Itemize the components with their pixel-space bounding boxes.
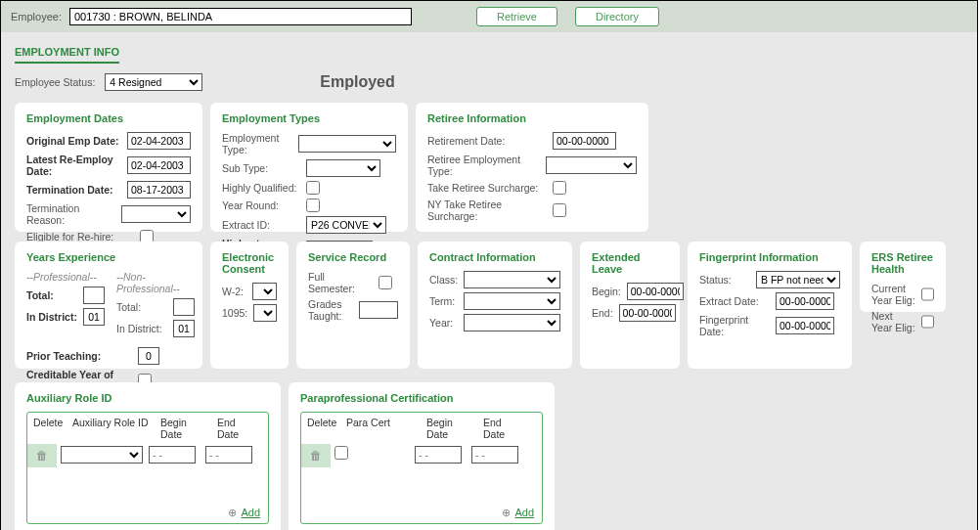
fingerprint-info-card: Fingerprint Information Status:B FP not … xyxy=(688,242,852,369)
card-title: Years Experience xyxy=(26,251,191,263)
employment-type-select[interactable] xyxy=(298,135,396,153)
termination-date-label: Termination Date: xyxy=(26,184,121,196)
fingerprint-date-input[interactable] xyxy=(776,317,834,334)
sub-type-label: Sub Type: xyxy=(222,162,300,174)
card-title: Auxiliary Role ID xyxy=(26,392,269,404)
card-title: Employment Types xyxy=(222,112,396,124)
tab-employment-info[interactable]: EMPLOYMENT INFO xyxy=(15,42,119,64)
retirement-date-input[interactable] xyxy=(553,132,616,150)
aux-col-role: Auxiliary Role ID xyxy=(67,413,155,444)
ext-leave-begin-label: Begin: xyxy=(592,286,621,297)
para-col-end: End Date xyxy=(477,413,526,444)
extract-id-select[interactable]: P26 CONVERSION xyxy=(306,216,386,234)
grades-taught-label: Grades Taught: xyxy=(308,298,353,322)
employed-status-text: Employed xyxy=(320,73,394,91)
para-col-cert: Para Cert xyxy=(340,413,421,444)
ny-retiree-surcharge-checkbox[interactable] xyxy=(553,203,566,217)
ext-leave-end-input[interactable] xyxy=(619,304,676,322)
w2-select[interactable] xyxy=(252,283,277,300)
trash-icon[interactable]: 🗑 xyxy=(310,449,322,463)
w2-label: W-2: xyxy=(222,286,246,297)
nonprof-total-input[interactable] xyxy=(173,298,195,316)
professional-heading: --Professional-- xyxy=(26,271,105,283)
ny-retiree-surcharge-label: NY Take Retiree Surcharge: xyxy=(427,199,547,222)
prof-indistrict-input[interactable] xyxy=(83,308,105,326)
nonprof-indistrict-label: In District: xyxy=(116,323,167,334)
next-year-elig-label: Next Year Elig: xyxy=(871,310,915,333)
termination-reason-select[interactable] xyxy=(121,205,191,223)
current-year-elig-checkbox[interactable] xyxy=(921,287,934,301)
aux-col-delete: Delete xyxy=(27,413,67,444)
card-title: Contract Information xyxy=(429,251,560,263)
plus-icon: ⊕ xyxy=(228,507,237,518)
fp-extract-date-label: Extract Date: xyxy=(699,295,770,307)
card-title: Employment Dates xyxy=(26,112,191,124)
retiree-surcharge-label: Take Retiree Surcharge: xyxy=(427,182,547,194)
plus-icon: ⊕ xyxy=(502,507,511,518)
prior-teaching-input[interactable] xyxy=(138,347,159,365)
trash-icon[interactable]: 🗑 xyxy=(36,449,48,463)
para-cert-checkbox[interactable] xyxy=(334,446,348,460)
prior-teaching-label: Prior Teaching: xyxy=(26,350,132,362)
employee-search-input[interactable] xyxy=(69,8,412,25)
para-add-link[interactable]: Add xyxy=(514,507,534,518)
table-row: 🗑 xyxy=(301,444,542,467)
sub-type-select[interactable] xyxy=(306,159,380,177)
electronic-consent-card: Electronic Consent W-2: 1095: xyxy=(210,242,289,369)
card-title: Service Record xyxy=(308,251,398,263)
card-title: Paraprofessional Certification xyxy=(300,392,543,404)
year-round-label: Year Round: xyxy=(222,199,300,211)
employment-type-label: Employment Type: xyxy=(222,132,292,155)
termination-date-input[interactable] xyxy=(127,181,191,199)
next-year-elig-checkbox[interactable] xyxy=(921,315,934,329)
contract-class-select[interactable] xyxy=(464,271,560,288)
aux-role-select[interactable] xyxy=(61,446,143,464)
prof-indistrict-label: In District: xyxy=(26,311,77,323)
termination-reason-label: Termination Reason: xyxy=(26,202,115,226)
highly-qualified-checkbox[interactable] xyxy=(306,181,320,195)
table-row: 🗑 xyxy=(27,444,268,467)
fingerprint-status-label: Status: xyxy=(699,274,750,286)
fingerprint-status-select[interactable]: B FP not needed xyxy=(756,271,840,288)
retiree-emp-type-select[interactable] xyxy=(546,156,637,174)
nonprofessional-heading: --Non-Professional-- xyxy=(116,271,195,294)
t1095-label: 1095: xyxy=(222,307,247,319)
aux-begin-input[interactable] xyxy=(149,446,196,464)
t1095-select[interactable] xyxy=(253,304,277,322)
contract-year-select[interactable] xyxy=(464,314,560,331)
extended-leave-card: Extended Leave Begin: End: xyxy=(580,242,680,369)
para-col-begin: Begin Date xyxy=(421,413,477,444)
retirement-date-label: Retirement Date: xyxy=(427,135,547,147)
retiree-surcharge-checkbox[interactable] xyxy=(553,181,566,195)
card-title: Extended Leave xyxy=(592,251,668,275)
card-title: Fingerprint Information xyxy=(699,251,840,263)
aux-col-end: End Date xyxy=(211,413,260,444)
employee-status-select[interactable]: 4 Resigned xyxy=(105,73,202,91)
contract-term-select[interactable] xyxy=(464,292,560,310)
year-round-checkbox[interactable] xyxy=(306,199,320,212)
current-year-elig-label: Current Year Elig: xyxy=(871,283,915,306)
para-begin-input[interactable] xyxy=(415,446,462,464)
ers-retiree-health-card: ERS Retiree Health Current Year Elig: Ne… xyxy=(860,242,946,312)
reemploy-date-input[interactable] xyxy=(127,156,191,174)
auxiliary-role-card: Auxiliary Role ID Delete Auxiliary Role … xyxy=(15,382,281,530)
orig-emp-date-label: Original Emp Date: xyxy=(26,135,121,147)
aux-end-input[interactable] xyxy=(205,446,252,464)
employment-types-card: Employment Types Employment Type: Sub Ty… xyxy=(210,103,408,232)
prof-total-input[interactable] xyxy=(83,287,105,304)
contract-class-label: Class: xyxy=(429,274,458,286)
retrieve-button[interactable]: Retrieve xyxy=(476,7,557,26)
ext-leave-begin-input[interactable] xyxy=(627,283,684,300)
grades-taught-input[interactable] xyxy=(359,301,398,319)
para-col-delete: Delete xyxy=(301,413,340,444)
para-end-input[interactable] xyxy=(471,446,518,464)
aux-add-link[interactable]: Add xyxy=(241,507,260,518)
fp-extract-date-input[interactable] xyxy=(776,292,834,310)
full-semester-checkbox[interactable] xyxy=(379,276,392,289)
orig-emp-date-input[interactable] xyxy=(127,132,191,150)
directory-button[interactable]: Directory xyxy=(575,7,659,26)
card-title: Electronic Consent xyxy=(222,251,277,275)
top-bar: Employee: Retrieve Directory xyxy=(1,1,977,32)
contract-info-card: Contract Information Class: Term: Year: xyxy=(418,242,572,369)
nonprof-indistrict-input[interactable] xyxy=(173,320,195,337)
